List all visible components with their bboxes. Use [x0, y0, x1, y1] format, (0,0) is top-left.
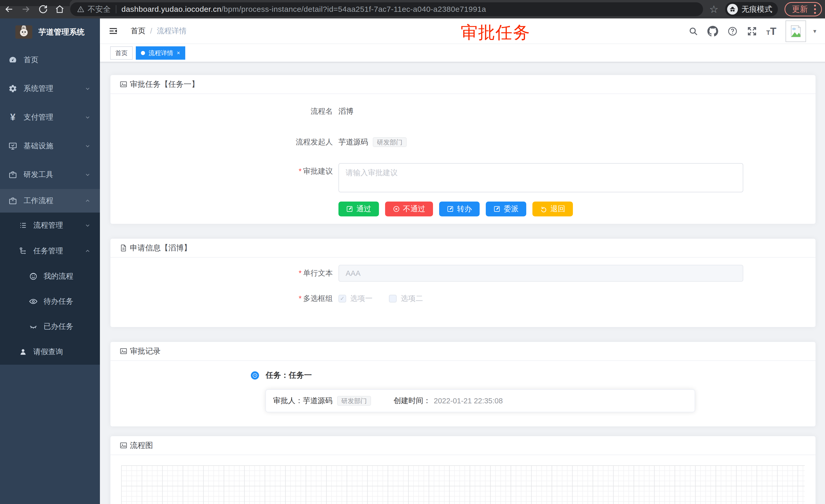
chevron-down-icon: [85, 143, 91, 149]
picture-icon: [120, 441, 127, 449]
sidebar-item-devtools[interactable]: 研发工具: [0, 160, 100, 189]
sidebar-item-label: 研发工具: [23, 170, 53, 180]
sidebar-item-label: 流程管理: [33, 220, 63, 231]
required-star: *: [299, 269, 302, 277]
help-icon[interactable]: [727, 26, 738, 36]
page-content: 审批任务【任务一】 流程名 滔博 流程发起人 芋道源码 研发部门: [100, 62, 825, 504]
workflow-submenu: 流程管理 任务管理 我的流程: [0, 213, 100, 365]
process-name-label: 流程名: [110, 106, 339, 116]
bookmark-star-icon[interactable]: ☆: [709, 4, 719, 14]
sidebar-item-home[interactable]: 首页: [0, 46, 100, 74]
card-title: 审批记录: [130, 346, 161, 356]
incognito-icon: [727, 4, 738, 15]
url-path: /bpm/process-instance/detail?id=54aa251f…: [221, 5, 486, 14]
breadcrumb-home[interactable]: 首页: [131, 26, 146, 36]
browser-menu-icon[interactable]: [814, 4, 817, 14]
tag-close-icon[interactable]: ×: [177, 50, 180, 56]
required-star: *: [299, 294, 302, 303]
sidebar-item-task-mgmt[interactable]: 任务管理: [0, 238, 100, 264]
sidebar-fold-icon[interactable]: [108, 27, 118, 35]
bpmn-canvas[interactable]: [121, 465, 805, 504]
avatar[interactable]: [785, 20, 806, 42]
browser-forward-button[interactable]: [20, 4, 31, 15]
app-logo: [15, 25, 32, 39]
tag-process-detail[interactable]: 流程详情 ×: [136, 47, 185, 60]
process-diagram-card: 流程图: [110, 436, 816, 504]
created-time-value: 2022-01-21 22:35:08: [434, 397, 503, 405]
sidebar-item-done-tasks[interactable]: 已办任务: [0, 314, 100, 339]
sidebar-item-label: 任务管理: [33, 246, 63, 256]
font-size-icon[interactable]: TT: [766, 26, 776, 37]
sidebar-item-process-mgmt[interactable]: 流程管理: [0, 213, 100, 238]
chevron-down-icon: [85, 86, 91, 92]
update-label[interactable]: 更新: [792, 4, 808, 15]
sidebar-item-system[interactable]: 系统管理: [0, 74, 100, 103]
approve-button[interactable]: 通过: [339, 201, 379, 217]
card-header: 审批任务【任务一】: [110, 75, 816, 94]
checkbox-group-label: *多选框组: [110, 293, 339, 304]
breadcrumb: 首页 / 流程详情: [131, 26, 186, 36]
approve-actions: 通过 不通过 转办 委: [339, 201, 816, 217]
chevron-down-icon: [85, 172, 91, 178]
created-time-label: 创建时间：: [393, 396, 431, 406]
browser-address-bar[interactable]: 不安全 dashboard.yudao.iocoder.cn/bpm/proce…: [70, 2, 703, 16]
eye-closed-icon: [29, 322, 38, 331]
sidebar-item-label: 我的流程: [44, 271, 73, 281]
app-logo-row[interactable]: 芋道管理系统: [0, 18, 100, 46]
sidebar-item-label: 系统管理: [23, 83, 53, 94]
record-detail-card: 审批人： 芋道源码 研发部门 创建时间： 2022-01-21 22:35:08: [266, 389, 695, 412]
github-icon[interactable]: [707, 26, 718, 36]
clock-icon: [251, 371, 259, 380]
delegate-button[interactable]: 委派: [486, 201, 526, 217]
sidebar-item-leave-query[interactable]: 请假查询: [0, 339, 100, 365]
incognito-badge: 无痕模式: [725, 2, 778, 16]
transfer-button[interactable]: 转办: [439, 201, 479, 217]
reject-button[interactable]: 不通过: [385, 201, 433, 217]
avatar-caret-icon[interactable]: ▼: [812, 28, 817, 34]
approval-record-card: 审批记录 任务：任务一 审批人： 芋道源码 研发部门: [110, 342, 816, 427]
fullscreen-icon[interactable]: [747, 26, 757, 36]
checkbox-option-1[interactable]: ✓ 选项一: [339, 293, 373, 304]
chevron-down-icon: [85, 222, 91, 229]
toolbox-icon: [8, 170, 17, 179]
not-secure-label[interactable]: 不安全: [88, 4, 111, 15]
checkbox-checked-icon[interactable]: ✓: [339, 295, 346, 303]
required-star: *: [299, 167, 302, 175]
not-secure-icon[interactable]: [77, 5, 85, 13]
suggest-textarea[interactable]: [339, 163, 743, 192]
chevron-down-icon: [85, 114, 91, 120]
search-icon[interactable]: [688, 26, 698, 36]
sidebar-item-payment[interactable]: ¥ 支付管理: [0, 103, 100, 132]
sidebar-item-label: 请假查询: [33, 347, 63, 357]
browser-reload-button[interactable]: [38, 4, 48, 15]
list-icon: [18, 221, 28, 230]
active-dot: [141, 51, 145, 55]
browser-home-button[interactable]: [54, 4, 65, 15]
sidebar-item-label: 工作流程: [23, 196, 53, 206]
checkbox-unchecked-icon[interactable]: [389, 295, 397, 303]
sidebar-item-my-process[interactable]: 我的流程: [0, 264, 100, 289]
sidebar-item-label: 基础设施: [23, 141, 53, 151]
sidebar-item-workflow[interactable]: 工作流程: [0, 189, 100, 213]
assignee-dept-tag: 研发部门: [337, 396, 371, 406]
card-header: 审批记录: [110, 342, 816, 361]
return-button[interactable]: 退回: [532, 201, 573, 217]
tag-home[interactable]: 首页: [110, 47, 133, 60]
text-field-input[interactable]: AAA: [339, 265, 743, 282]
browser-update-button[interactable]: 更新: [784, 2, 822, 16]
url-host: dashboard.yudao.iocoder.cn: [122, 5, 221, 14]
briefcase-icon: [8, 196, 17, 205]
assignee-label: 审批人：: [273, 396, 303, 406]
chevron-up-icon: [85, 248, 91, 254]
document-icon: [120, 244, 127, 252]
card-header: 流程图: [110, 436, 816, 455]
gear-icon: [8, 84, 17, 93]
sidebar-item-label: 支付管理: [23, 112, 53, 122]
sidebar-item-infra[interactable]: 基础设施: [0, 132, 100, 160]
dashboard-icon: [8, 56, 17, 64]
browser-back-button[interactable]: [4, 4, 14, 15]
tag-label: 首页: [115, 49, 128, 57]
sidebar-item-todo-tasks[interactable]: 待办任务: [0, 289, 100, 314]
checkbox-option-2[interactable]: 选项二: [389, 293, 423, 304]
suggest-label: *审批建议: [110, 163, 339, 176]
